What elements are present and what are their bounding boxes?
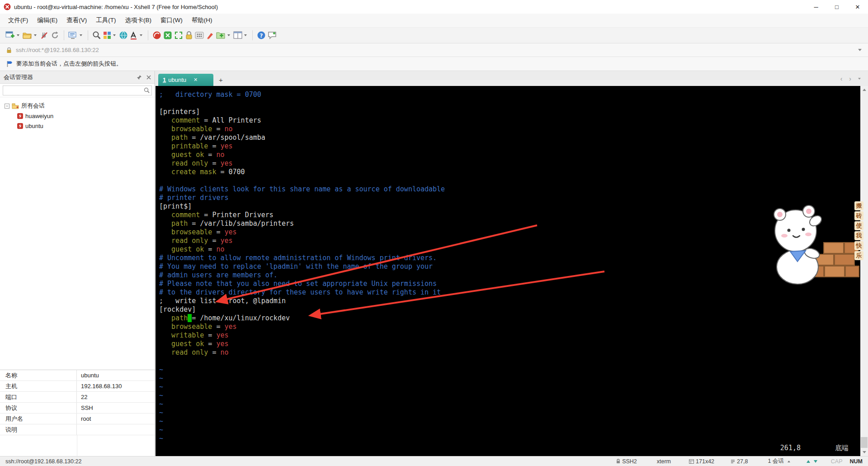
fullscreen-button[interactable]: [173, 29, 184, 42]
help-button[interactable]: ?: [256, 29, 267, 42]
terminal-text: guest ok: [159, 151, 204, 159]
menu-item[interactable]: 选项卡(B): [121, 14, 156, 26]
scrollbar-thumb[interactable]: [861, 437, 868, 448]
collapse-icon[interactable]: −: [5, 104, 9, 109]
terminal-text: browseable: [159, 323, 212, 331]
session-label: huaweiyun: [25, 113, 53, 119]
terminal-line: path = /var/lib/samba/printers: [159, 219, 868, 228]
menu-item[interactable]: 窗口(W): [156, 14, 187, 26]
terminal-line: browseable = yes: [159, 323, 868, 331]
maximize-button[interactable]: □: [826, 0, 847, 14]
status-terminal-type[interactable]: xterm: [657, 458, 671, 465]
new-session-dropdown-icon[interactable]: [17, 34, 19, 36]
layout-button[interactable]: [232, 29, 243, 42]
menu-item[interactable]: 编辑(E): [33, 14, 62, 26]
terminal-text: path: [159, 133, 188, 142]
property-row: 说明: [0, 424, 155, 435]
terminal-text: yes: [225, 228, 237, 236]
terminal-line: # printer drivers: [159, 194, 868, 202]
disconnect-button[interactable]: [39, 29, 50, 42]
tab-scroll-left-icon[interactable]: ‹: [840, 75, 843, 82]
new-file-dropdown-icon[interactable]: [227, 34, 230, 36]
terminal-text: read only: [159, 348, 208, 357]
tab-bar: 1 ubuntu ✕ + ‹ ›: [156, 71, 868, 86]
folder-icon: [12, 103, 19, 109]
menu-item[interactable]: 帮助(H): [187, 14, 217, 26]
terminal-line: [159, 99, 868, 108]
address-dropdown-icon[interactable]: [858, 49, 862, 51]
xmanager-launch-button[interactable]: [162, 29, 173, 42]
new-file-button[interactable]: [215, 29, 226, 42]
search-icon[interactable]: [144, 87, 150, 93]
pin-icon[interactable]: [137, 75, 142, 80]
terminal-line: # to the drivers directory for these use…: [159, 288, 868, 297]
toolbar-separator: [64, 30, 64, 40]
lock-screen-button[interactable]: [184, 29, 194, 42]
info-bar: 要添加当前会话，点击左侧的箭头按钮。: [0, 57, 868, 71]
panel-close-icon[interactable]: [146, 75, 151, 80]
menu-bar: 文件(F)编辑(E)查看(V)工具(T)选项卡(B)窗口(W)帮助(H): [0, 14, 868, 27]
tab-close-icon[interactable]: ✕: [193, 77, 198, 83]
terminal-scrollbar[interactable]: [860, 86, 868, 456]
color-scheme-button[interactable]: [102, 29, 112, 42]
session-count-toggle-icon: [788, 461, 790, 462]
terminal-text: ~: [159, 400, 163, 408]
xftp-launch-button[interactable]: [151, 29, 162, 42]
new-session-button[interactable]: [5, 29, 16, 42]
close-button[interactable]: ✕: [847, 0, 868, 14]
terminal-line: browseable = no: [159, 125, 868, 133]
layout-dropdown-icon[interactable]: [244, 34, 247, 36]
session-item-ubuntu[interactable]: ubuntu: [0, 121, 155, 131]
duplicate-session-button[interactable]: [67, 29, 79, 42]
session-properties: 名称ubuntu主机192.168.68.130端口22协议SSH用户名root…: [0, 370, 155, 435]
property-value: root: [77, 414, 155, 424]
menu-item[interactable]: 查看(V): [62, 14, 91, 26]
menu-item[interactable]: 文件(F): [4, 14, 33, 26]
open-session-button[interactable]: [22, 29, 33, 42]
session-search-input[interactable]: [5, 87, 144, 94]
terminal-text: path: [159, 314, 188, 322]
terminal-text: printable: [159, 142, 208, 150]
terminal-text: ~: [159, 434, 163, 442]
session-tree-root[interactable]: − 所有会话: [0, 101, 155, 111]
terminal[interactable]: ; directory mask = 0700 [printers] comme…: [156, 86, 868, 456]
address-bar[interactable]: ssh://root:*@192.168.68.130:22: [0, 43, 868, 57]
scroll-up-icon[interactable]: [860, 86, 868, 94]
scroll-down-icon[interactable]: [860, 448, 868, 456]
find-button[interactable]: [91, 29, 102, 42]
status-session-count[interactable]: 1 会话: [768, 457, 790, 465]
screen-size-icon: [689, 459, 694, 464]
reconnect-button[interactable]: [50, 29, 61, 42]
new-tab-button[interactable]: +: [219, 76, 223, 84]
toolbar-separator: [88, 30, 88, 40]
terminal-cursor: [188, 314, 192, 322]
globe-button[interactable]: [118, 29, 129, 42]
terminal-line: browseable = yes: [159, 228, 868, 237]
property-label: 端口: [0, 392, 77, 402]
minimize-button[interactable]: ─: [806, 0, 826, 14]
font-dropdown-icon[interactable]: [140, 34, 142, 36]
tab-scroll-right-icon[interactable]: ›: [849, 75, 851, 82]
property-row: 名称ubuntu: [0, 370, 155, 381]
tab-list-dropdown-icon[interactable]: [858, 78, 861, 80]
open-session-dropdown-icon[interactable]: [34, 34, 37, 36]
keypad-button[interactable]: [194, 29, 205, 42]
scrollbar-track[interactable]: [860, 94, 868, 448]
session-item-huaweiyun[interactable]: huaweiyun: [0, 111, 155, 121]
terminal-text: =: [212, 228, 224, 236]
cursor-position-icon: [731, 459, 735, 464]
color-scheme-dropdown-icon[interactable]: [113, 34, 116, 36]
feedback-button[interactable]: [267, 29, 278, 42]
tab-label: ubuntu: [168, 76, 186, 83]
terminal-line: [rockdev]: [159, 305, 868, 314]
font-button[interactable]: [129, 29, 139, 42]
scroll-shortcuts[interactable]: [807, 460, 817, 463]
property-label: 名称: [0, 370, 77, 380]
tab-ubuntu[interactable]: 1 ubuntu ✕: [158, 74, 213, 86]
terminal-text: =: [204, 331, 216, 339]
duplicate-session-dropdown-icon[interactable]: [80, 34, 82, 36]
vim-position-label: 底端: [835, 444, 849, 452]
highlighter-button[interactable]: [205, 29, 215, 42]
property-row: 协议SSH: [0, 403, 155, 414]
menu-item[interactable]: 工具(T): [91, 14, 120, 26]
